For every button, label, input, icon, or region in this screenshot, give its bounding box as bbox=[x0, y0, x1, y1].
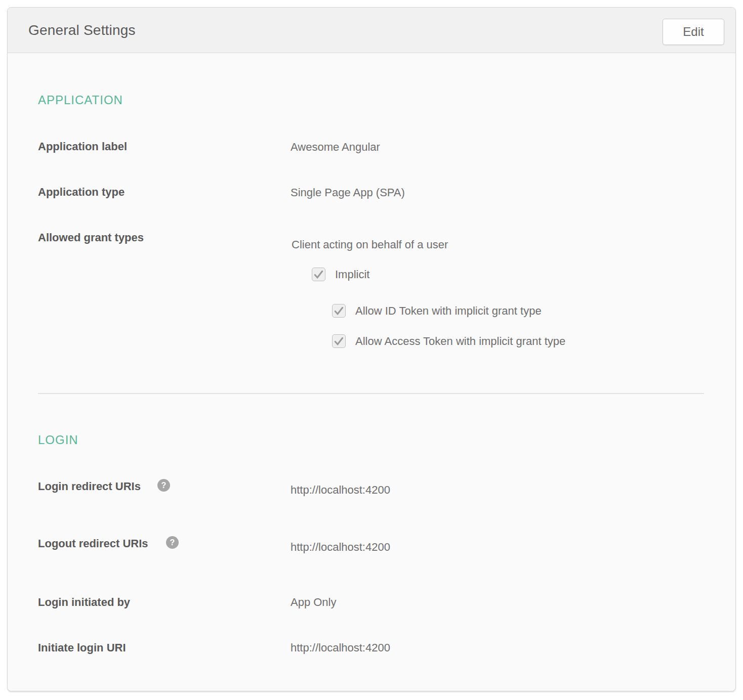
id-token-checkbox-row: Allow ID Token with implicit grant type bbox=[332, 304, 542, 318]
login-redirect-uris-value: http://localhost:4200 bbox=[291, 484, 390, 497]
application-label-label: Application label bbox=[38, 140, 127, 153]
initiate-login-uri-label: Initiate login URI bbox=[38, 641, 126, 654]
logout-redirect-uris-value: http://localhost:4200 bbox=[291, 541, 390, 554]
implicit-checkbox bbox=[312, 268, 325, 281]
help-icon[interactable]: ? bbox=[157, 479, 170, 492]
login-initiated-by-value: App Only bbox=[291, 596, 337, 609]
grant-types-group-label: Client acting on behalf of a user bbox=[292, 238, 448, 251]
implicit-checkbox-label: Implicit bbox=[335, 268, 369, 281]
application-label-value: Awesome Angular bbox=[291, 141, 380, 154]
application-type-value: Single Page App (SPA) bbox=[291, 186, 405, 199]
login-section-heading: LOGIN bbox=[38, 433, 78, 447]
check-icon bbox=[333, 305, 345, 317]
access-token-checkbox-label: Allow Access Token with implicit grant t… bbox=[355, 335, 565, 348]
section-divider bbox=[38, 393, 704, 394]
general-settings-page: General Settings Edit APPLICATION Applic… bbox=[0, 0, 743, 700]
id-token-checkbox bbox=[332, 304, 346, 318]
implicit-checkbox-row: Implicit bbox=[312, 268, 369, 281]
application-section-heading: APPLICATION bbox=[38, 93, 123, 107]
application-type-label: Application type bbox=[38, 186, 125, 199]
access-token-checkbox-row: Allow Access Token with implicit grant t… bbox=[332, 334, 565, 348]
id-token-checkbox-label: Allow ID Token with implicit grant type bbox=[355, 304, 542, 318]
page-title: General Settings bbox=[28, 22, 136, 38]
logout-redirect-uris-label: Logout redirect URIs bbox=[38, 537, 148, 550]
allowed-grant-types-label: Allowed grant types bbox=[38, 231, 144, 244]
initiate-login-uri-value: http://localhost:4200 bbox=[291, 641, 390, 654]
general-settings-card: General Settings Edit APPLICATION Applic… bbox=[7, 7, 736, 691]
help-icon[interactable]: ? bbox=[166, 536, 179, 549]
login-initiated-by-label: Login initiated by bbox=[38, 596, 130, 609]
check-icon bbox=[333, 335, 345, 347]
card-header: General Settings Edit bbox=[8, 8, 735, 53]
check-icon bbox=[313, 269, 324, 280]
access-token-checkbox bbox=[332, 334, 346, 348]
edit-button[interactable]: Edit bbox=[663, 19, 724, 45]
login-redirect-uris-label: Login redirect URIs bbox=[38, 480, 141, 493]
